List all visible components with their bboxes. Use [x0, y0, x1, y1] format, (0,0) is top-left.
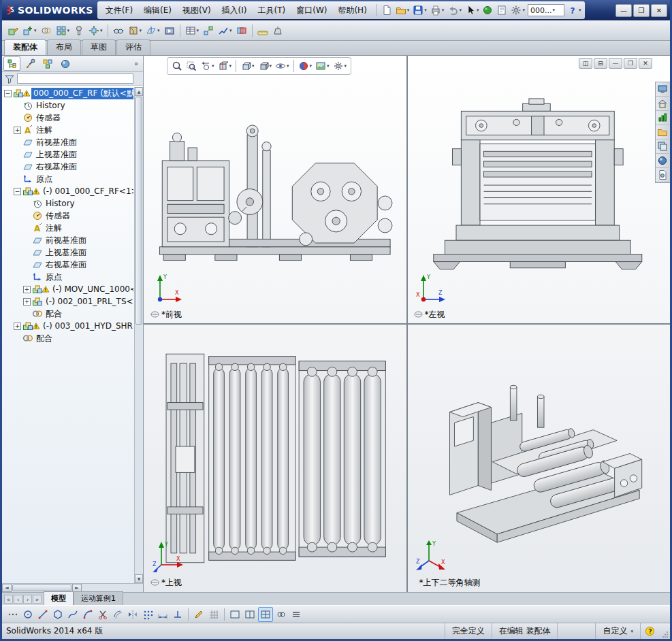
menu-item[interactable]: 帮助(H) [332, 3, 372, 18]
panel-overflow-button[interactable]: » [134, 60, 142, 67]
tree-expander[interactable]: − [14, 188, 21, 195]
viewport-four-button[interactable] [258, 607, 273, 622]
command-tab[interactable]: 草图 [82, 39, 116, 55]
dropdown-arrow-icon[interactable]: ▾ [229, 28, 232, 33]
rapid-sketch-button[interactable] [192, 607, 206, 622]
graphics-area[interactable]: ▾▾▾▾▾▾▾▾ ◫⊟—❐✕ [144, 56, 670, 592]
tree-item[interactable]: 前视基准面 [2, 136, 133, 148]
study-tab[interactable]: 运动算例1 [74, 591, 123, 605]
dropdown-arrow-icon[interactable]: ▾ [459, 7, 462, 13]
undo-button[interactable]: ▾ [446, 3, 463, 18]
dropdown-arrow-icon[interactable]: ▾ [270, 63, 272, 69]
viewport-left[interactable]: Y Z X *左视 [407, 56, 671, 324]
dropdown-arrow-icon[interactable]: ▾ [140, 28, 142, 33]
taskpane-view-palette-tab[interactable] [656, 139, 669, 154]
tree-item[interactable]: +(-) MOV_UNC_1000<1> [2, 283, 133, 295]
component-pattern-button[interactable]: ▾ [54, 22, 71, 39]
study-tab-nav-button[interactable]: ‹ [14, 595, 22, 604]
viewport-iso[interactable]: Y X Z *上下二等角轴测 [407, 324, 671, 592]
menu-item[interactable]: 编辑(E) [138, 3, 177, 18]
grid-snap-button[interactable] [207, 607, 221, 622]
dropdown-arrow-icon[interactable]: ▾ [212, 63, 214, 69]
tree-item[interactable]: 传感器 [2, 210, 133, 222]
dropdown-arrow-icon[interactable]: ▾ [229, 63, 232, 69]
command-tab[interactable]: 装配体 [4, 39, 46, 55]
tree-item[interactable]: 配合 [2, 332, 133, 344]
mirror-button[interactable] [126, 607, 140, 622]
mate-button[interactable] [39, 22, 53, 39]
interference-detection-button[interactable] [235, 22, 249, 39]
tree-item[interactable]: 右视基准面 [2, 161, 133, 173]
zoom-area-button[interactable] [185, 59, 198, 73]
new-motion-study-button[interactable] [163, 22, 176, 39]
menu-item[interactable]: 视图(V) [177, 3, 217, 18]
study-tab[interactable]: 模型 [44, 591, 74, 605]
dimension-button[interactable] [156, 607, 170, 622]
line-button[interactable] [36, 607, 50, 622]
explode-line-sketch-button[interactable]: ▾ [217, 22, 234, 39]
viewport-two-horizontal-button[interactable] [243, 607, 257, 622]
print-button[interactable]: ▾ [429, 3, 446, 18]
assembly-features-button[interactable]: ▾ [127, 22, 144, 39]
edit-appearance-button[interactable]: ▾ [297, 59, 314, 73]
previous-view-button[interactable]: ▾ [199, 59, 216, 73]
tree-item[interactable]: 右视基准面 [2, 259, 133, 271]
close-button[interactable]: ✕ [651, 4, 667, 17]
tree-item[interactable]: 上视基准面 [2, 148, 133, 161]
hide-show-items-button[interactable]: ▾ [274, 59, 291, 73]
rebuild-button[interactable] [481, 3, 494, 18]
pattern-button[interactable] [141, 607, 155, 622]
tree-item[interactable]: +(-) 003_001_HYD_SHR<1> [2, 320, 133, 332]
dropdown-arrow-icon[interactable]: ▾ [407, 7, 410, 13]
menu-item[interactable]: 工具(T) [253, 3, 291, 18]
tree-item[interactable]: 原点 [2, 271, 133, 283]
featuremanager-tree-tab[interactable] [3, 56, 20, 71]
move-component-button[interactable]: ▾ [87, 22, 104, 39]
dropdown-arrow-icon[interactable]: ▾ [100, 28, 103, 33]
new-document-button[interactable] [380, 3, 394, 18]
taskpane-design-library-tab[interactable] [656, 111, 669, 125]
taskpane-file-explorer-tab[interactable] [656, 125, 669, 139]
document-restore-button[interactable]: ❐ [624, 58, 637, 69]
chevron-down-icon[interactable]: ▾ [552, 7, 555, 13]
insert-components-button[interactable]: ▾ [21, 22, 38, 39]
quick-tips-button[interactable]: ? [640, 623, 659, 639]
relations-button[interactable] [171, 607, 185, 622]
view-orientation-button[interactable]: ▾ [239, 59, 256, 73]
measure-button[interactable] [256, 22, 270, 39]
pane-list-button[interactable] [289, 607, 303, 622]
dropdown-arrow-icon[interactable]: ▾ [252, 63, 255, 69]
circle-button[interactable] [21, 607, 35, 622]
scroll-up-arrow[interactable]: ▲ [135, 87, 143, 96]
feature-filter-input[interactable] [17, 73, 133, 84]
document-tile-button[interactable]: ◫ [579, 58, 592, 69]
tree-expander[interactable]: − [4, 90, 12, 97]
displaymanager-tab[interactable] [57, 56, 74, 71]
dropdown-arrow-icon[interactable]: ▾ [522, 7, 525, 13]
dropdown-arrow-icon[interactable]: ▾ [424, 7, 427, 13]
scroll-thumb[interactable] [12, 585, 71, 591]
chevron-down-icon[interactable]: ▾ [630, 629, 633, 634]
options-button[interactable]: ▾ [509, 3, 526, 18]
tree-expander[interactable]: + [23, 298, 31, 306]
zoom-fit-button[interactable] [170, 59, 184, 73]
dropdown-arrow-icon[interactable]: ▾ [287, 63, 289, 69]
tree-item[interactable]: −(-) 001_000_CF_RF<1> (默 [2, 185, 133, 197]
viewport-single-button[interactable] [228, 607, 242, 622]
scroll-thumb[interactable] [135, 97, 142, 325]
edit-component-button[interactable] [6, 22, 20, 39]
section-view-button[interactable]: ▾ [217, 59, 234, 73]
arc-button[interactable] [81, 607, 95, 622]
tree-item[interactable]: 上视基准面 [2, 246, 133, 259]
tree-item[interactable]: History [2, 197, 133, 210]
study-tab-nav-button[interactable]: « [4, 595, 13, 604]
dropdown-arrow-icon[interactable]: ▾ [579, 7, 581, 13]
viewport-top[interactable]: Y X Z *上视 [144, 324, 407, 592]
tree-item[interactable]: History [2, 99, 133, 112]
apply-scene-button[interactable]: ▾ [314, 59, 331, 73]
bill-of-materials-button[interactable]: ▾ [184, 22, 201, 39]
tree-item[interactable]: +A注解 [2, 124, 133, 136]
dropdown-arrow-icon[interactable]: ▾ [67, 28, 70, 33]
save-button[interactable]: ▾ [411, 3, 428, 18]
taskpane-appearances-scenes-tab[interactable] [656, 154, 669, 168]
